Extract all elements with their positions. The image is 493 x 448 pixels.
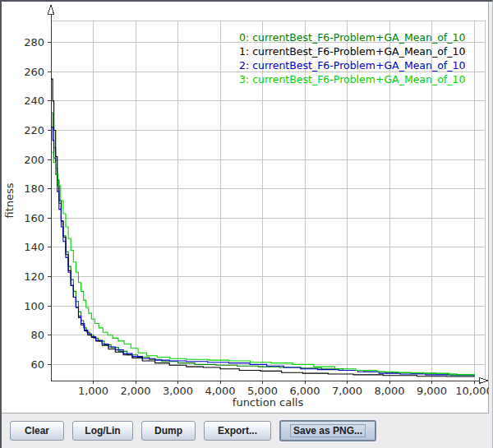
clear-button-label: Clear [25,425,49,436]
y-tick-label: 260 [24,66,44,78]
clear-button[interactable]: Clear [10,421,64,441]
y-axis-title: fitness [3,182,16,218]
toolbar: ClearLog/LinDumpExport...Save as PNG... [2,415,493,448]
x-axis-title: function calls [233,396,304,409]
y-tick-label: 220 [24,124,44,136]
x-tick-label: 9,000 [417,385,447,397]
x-tick-label: 3,000 [163,385,193,397]
export-button-label: Export... [218,425,257,436]
x-tick-label: 4,000 [205,385,235,397]
plot-panel: 60801001201401601802002202402602801,0002… [2,2,489,413]
save-as-png-button-label: Save as PNG... [290,424,366,437]
x-tick-label: 10,000 [455,385,489,397]
legend-item-0: 0: currentBest_F6-Problem+GA_Mean_of_10 [239,30,465,44]
y-tick-label: 120 [24,270,44,283]
legend-item-1: 1: currentBest_F6-Problem+GA_Mean_of_10 [239,44,465,58]
dump-button[interactable]: Dump [141,421,196,441]
tick-labels: 60801001201401601802002202402602801,0002… [24,36,489,397]
y-tick-label: 100 [24,300,44,312]
y-tick-label: 180 [24,182,44,195]
x-tick-label: 7,000 [332,385,362,397]
y-tick-label: 240 [24,95,44,107]
legend-item-2: 2: currentBest_F6-Problem+GA_Mean_of_10 [239,58,465,72]
x-tick-label: 5,000 [247,385,278,397]
legend: 0: currentBest_F6-Problem+GA_Mean_of_101… [239,30,465,86]
dump-button-label: Dump [154,425,182,436]
y-tick-label: 280 [24,36,44,48]
y-tick-label: 60 [30,358,44,371]
log-lin-button-label: Log/Lin [85,425,120,436]
x-tick-label: 6,000 [289,385,320,397]
x-tick-label: 8,000 [374,385,404,397]
y-tick-label: 200 [24,154,44,166]
save-as-png-button[interactable]: Save as PNG... [279,420,376,441]
x-tick-label: 1,000 [78,385,108,397]
export-button[interactable]: Export... [204,421,271,441]
y-tick-label: 80 [30,329,44,341]
log-lin-button[interactable]: Log/Lin [72,421,133,441]
x-axis-arrow-icon [479,378,488,384]
plot-window: 60801001201401601802002202402602801,0002… [0,0,493,448]
y-axis-arrow-icon [48,5,54,14]
legend-item-3: 3: currentBest_F6-Problem+GA_Mean_of_10 [239,72,465,86]
x-tick-label: 2,000 [120,385,150,397]
y-tick-label: 160 [24,212,44,224]
y-tick-label: 140 [24,241,44,253]
